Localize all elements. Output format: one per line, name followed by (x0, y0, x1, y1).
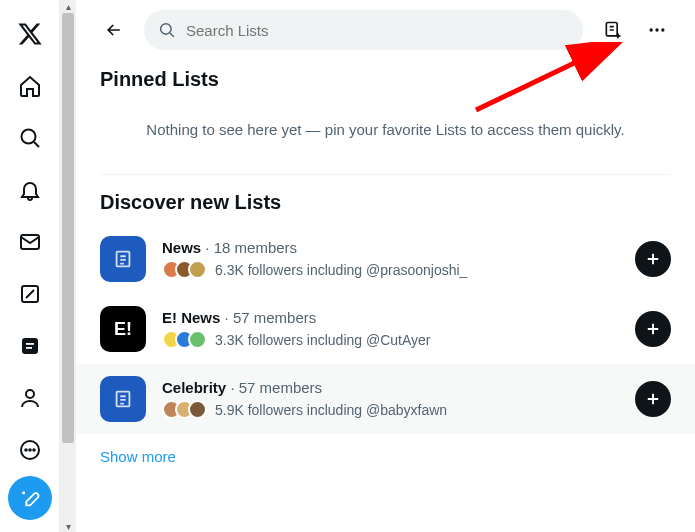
list-name: Celebrity (162, 379, 226, 396)
list-avatar-enews: E! (100, 306, 146, 352)
list-name: E! News (162, 309, 220, 326)
home-icon[interactable] (8, 64, 52, 108)
lists-nav-icon[interactable] (8, 324, 52, 368)
svg-rect-5 (26, 347, 32, 349)
new-list-button[interactable] (599, 16, 627, 44)
svg-point-9 (29, 449, 31, 451)
svg-point-15 (661, 28, 664, 31)
svg-rect-4 (26, 343, 34, 345)
list-body: E! News · 57 members 3.3K followers incl… (162, 309, 619, 349)
followers-text: 3.3K followers including @CutAyer (215, 332, 431, 348)
scrollbar-thumb[interactable] (62, 13, 74, 443)
list-item-enews[interactable]: E! E! News · 57 members 3.3K followers i… (100, 294, 671, 364)
follower-avatars (162, 400, 207, 419)
scrollbar-up[interactable]: ▴ (62, 0, 74, 12)
scrollbar[interactable]: ▴ ▾ (60, 0, 76, 532)
list-name: News (162, 239, 201, 256)
topbar (100, 0, 671, 68)
profile-icon[interactable] (8, 376, 52, 420)
svg-point-13 (650, 28, 653, 31)
followers-text: 6.3K followers including @prasoonjoshi_ (215, 262, 467, 278)
messages-icon[interactable] (8, 220, 52, 264)
pinned-title: Pinned Lists (100, 68, 671, 91)
notifications-icon[interactable] (8, 168, 52, 212)
search-nav-icon[interactable] (8, 116, 52, 160)
follow-list-button[interactable] (635, 381, 671, 417)
main-content: Pinned Lists Nothing to see here yet — p… (76, 0, 695, 532)
svg-rect-3 (22, 338, 38, 354)
more-options-button[interactable] (643, 16, 671, 44)
follow-list-button[interactable] (635, 311, 671, 347)
search-bar[interactable] (144, 10, 583, 50)
svg-rect-12 (606, 23, 617, 36)
follow-list-button[interactable] (635, 241, 671, 277)
logo-x[interactable] (8, 12, 52, 56)
follower-avatars (162, 260, 207, 279)
list-body: News · 18 members 6.3K followers includi… (162, 239, 619, 279)
more-nav-icon[interactable] (8, 428, 52, 472)
list-item-news[interactable]: News · 18 members 6.3K followers includi… (100, 224, 671, 294)
grok-icon[interactable] (8, 272, 52, 316)
back-button[interactable] (100, 16, 128, 44)
list-body: Celebrity · 57 members 5.9K followers in… (162, 379, 619, 419)
svg-point-10 (33, 449, 35, 451)
svg-point-0 (21, 130, 35, 144)
follower-avatars (162, 330, 207, 349)
show-more-link[interactable]: Show more (100, 434, 671, 471)
svg-point-11 (161, 24, 172, 35)
list-members: 57 members (233, 309, 316, 326)
svg-point-14 (655, 28, 658, 31)
list-item-celebrity[interactable]: Celebrity · 57 members 5.9K followers in… (76, 364, 695, 434)
svg-point-6 (26, 390, 34, 398)
sidebar (0, 0, 60, 532)
followers-text: 5.9K followers including @babyxfawn (215, 402, 447, 418)
list-members: 18 members (214, 239, 297, 256)
search-icon (158, 21, 176, 39)
list-avatar-icon (100, 236, 146, 282)
scrollbar-down[interactable]: ▾ (62, 520, 74, 532)
discover-title: Discover new Lists (100, 175, 671, 224)
list-avatar-icon (100, 376, 146, 422)
list-members: 57 members (239, 379, 322, 396)
pinned-empty-text: Nothing to see here yet — pin your favor… (100, 91, 671, 175)
search-input[interactable] (186, 22, 569, 39)
svg-point-8 (25, 449, 27, 451)
compose-button[interactable] (8, 476, 52, 520)
